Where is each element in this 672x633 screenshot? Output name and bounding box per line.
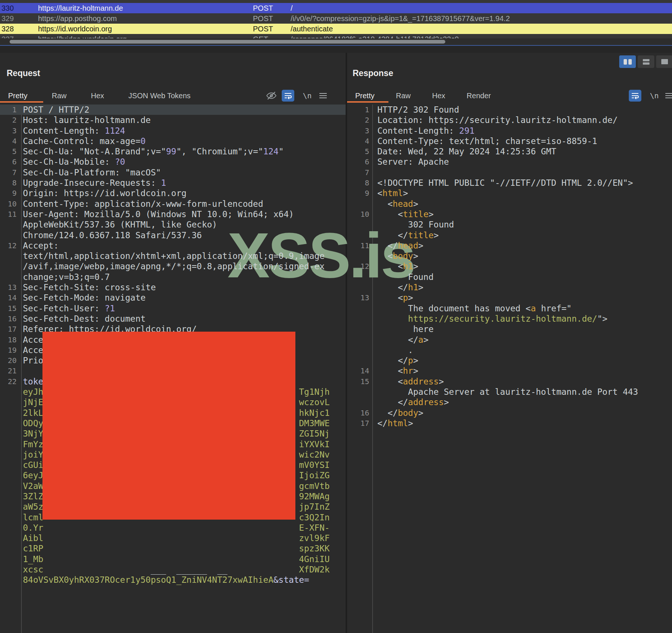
code-line: Chrome/124.0.6367.118 Safari/537.36 — [0, 230, 346, 240]
code-line: 0.Yr E-XFN- — [0, 523, 346, 533]
code-line: 9Origin: https://id.worldcoin.org — [0, 188, 346, 198]
table-row[interactable]: 328https://id.worldcoin.orgPOST/authenti… — [0, 24, 672, 34]
table-row[interactable]: 330https://lauritz-holtmann.dePOST/ — [0, 3, 672, 13]
response-editor[interactable]: 1HTTP/2 302 Found2Location: https://secu… — [347, 105, 672, 428]
code-line: 302 Found — [347, 219, 672, 230]
line-number — [0, 460, 17, 470]
line-number — [347, 251, 369, 261]
code-line: 1HTTP/2 302 Found — [347, 105, 672, 115]
line-number — [347, 324, 369, 334]
line-number — [347, 199, 369, 209]
line-number: 21 — [0, 366, 17, 376]
newline-toggle-button[interactable]: \n — [648, 90, 661, 102]
cell-method: POST — [253, 13, 273, 24]
line-number: 7 — [347, 167, 369, 178]
line-number — [0, 533, 17, 543]
proxy-history-table: 330https://lauritz-holtmann.dePOST/329ht… — [0, 0, 672, 53]
code-line: 7 — [347, 167, 672, 178]
tab-render[interactable]: Render — [467, 92, 491, 100]
line-number: 17 — [0, 324, 17, 334]
columns-icon — [624, 59, 627, 65]
cell-num: 329 — [1, 13, 14, 24]
tab-pretty[interactable]: Pretty — [355, 92, 374, 100]
splitter-band[interactable] — [0, 46, 672, 54]
line-number — [0, 449, 17, 460]
line-number: 5 — [347, 146, 369, 157]
tab-pretty[interactable]: Pretty — [8, 92, 27, 100]
line-number: 2 — [347, 115, 369, 125]
line-number: 9 — [0, 188, 17, 198]
tab-raw[interactable]: Raw — [396, 92, 411, 100]
burp-proxy-screen: 330https://lauritz-holtmann.dePOST/329ht… — [0, 0, 672, 633]
code-line: 9<html> — [347, 188, 672, 198]
hide-nonprinting-button[interactable] — [265, 90, 278, 102]
code-line: 12Accept: — [0, 240, 346, 251]
line-number — [0, 564, 17, 575]
code-line: 4Content-Type: text/html; charset=iso-88… — [347, 136, 672, 146]
code-line: here — [347, 324, 672, 334]
line-number: 5 — [0, 146, 17, 157]
code-line: Apache Server at lauritz-holtmann.de Por… — [347, 387, 672, 397]
line-number — [0, 272, 17, 282]
line-number — [0, 387, 17, 397]
newline-label: \n — [650, 91, 659, 100]
layout-single-button[interactable] — [656, 55, 672, 68]
response-selected-tab-underline — [347, 101, 388, 103]
cell-num: 328 — [1, 24, 14, 34]
line-number: 10 — [0, 199, 17, 209]
cell-method: POST — [253, 24, 273, 34]
code-line: 3Content-Length: 291 — [347, 126, 672, 136]
line-number — [0, 397, 17, 407]
line-number — [0, 523, 17, 533]
line-number — [0, 251, 17, 261]
tab-json-web-tokens[interactable]: JSON Web Tokens — [128, 92, 191, 100]
cell-path: /i/v0/e/?compression=gzip-js&ip=1&_=1716… — [291, 13, 510, 24]
line-number: 1 — [0, 105, 17, 115]
layout-columns-button[interactable] — [619, 55, 636, 68]
line-number — [347, 303, 369, 314]
editor-menu-button[interactable] — [663, 90, 672, 102]
line-number: 6 — [347, 157, 369, 167]
code-line: 14Sec-Fetch-Mode: navigate — [0, 292, 346, 303]
line-number: 12 — [0, 240, 17, 251]
word-wrap-button[interactable] — [629, 90, 641, 102]
code-line: 16 </body> — [347, 408, 672, 418]
line-number: 3 — [347, 126, 369, 136]
cell-host: https://lauritz-holtmann.de — [38, 3, 123, 13]
code-line: <body> — [347, 251, 672, 261]
word-wrap-button[interactable] — [282, 90, 294, 102]
line-number — [0, 512, 17, 523]
tab-hex[interactable]: Hex — [432, 92, 445, 100]
columns-icon — [628, 59, 632, 65]
line-number: 13 — [347, 292, 369, 303]
line-number — [347, 314, 369, 324]
line-number — [0, 408, 17, 418]
cell-path: /authenticate — [291, 24, 333, 34]
editor-menu-button[interactable] — [317, 90, 329, 102]
line-number: 3 — [0, 126, 17, 136]
line-number — [0, 470, 17, 480]
layout-rows-button[interactable] — [638, 55, 654, 68]
response-panel: Response PrettyRawHexRender \n 1HTTP/2 3… — [347, 53, 672, 633]
single-pane-icon — [661, 59, 668, 64]
newline-label: \n — [303, 91, 312, 100]
horizontal-scrollbar-thumb[interactable] — [10, 40, 445, 44]
code-line: change;v=b3;q=0.7 — [0, 272, 346, 282]
tab-raw[interactable]: Raw — [52, 92, 66, 100]
line-number — [347, 230, 369, 240]
code-line: 5Sec-Ch-Ua: "Not-A.Brand";v="99", "Chrom… — [0, 146, 346, 157]
line-number — [0, 428, 17, 439]
code-line: 15 <address> — [347, 376, 672, 387]
table-row[interactable]: 329https://app.posthog.comPOST/i/v0/e/?c… — [0, 13, 672, 24]
line-number: 1 — [347, 105, 369, 115]
code-line: /avif,image/webp,image/apng,*/*;q=0.8,ap… — [0, 261, 346, 271]
line-number: 4 — [347, 136, 369, 146]
line-number: 11 — [0, 209, 17, 219]
tab-hex[interactable]: Hex — [91, 92, 104, 100]
code-line: Found — [347, 272, 672, 282]
newline-toggle-button[interactable]: \n — [301, 90, 313, 102]
word-wrap-icon — [284, 92, 292, 99]
line-number: 17 — [347, 418, 369, 428]
line-number: 9 — [347, 188, 369, 198]
table-row-clipped[interactable] — [0, 0, 672, 3]
